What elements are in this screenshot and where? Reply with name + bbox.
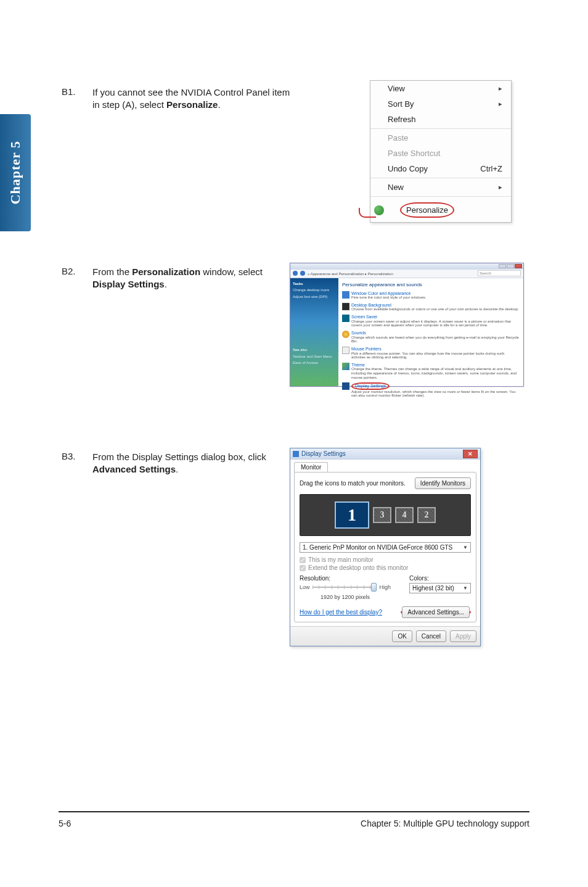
pw-task-change-icons[interactable]: Change desktop icons: [293, 288, 336, 292]
pw-titlebar: [290, 263, 523, 270]
minimize-button[interactable]: [499, 264, 506, 268]
pw-entry-screen-saver[interactable]: Screen SaverChange your screen saver or …: [342, 315, 520, 328]
annotation-arrow: [359, 208, 376, 218]
chk-extend-desktop-box: [300, 565, 306, 571]
pw-seealso-ease[interactable]: Ease of Access: [293, 361, 336, 365]
monitor-arrangement[interactable]: 1 3 4 2: [300, 494, 471, 536]
cm-separator: [370, 128, 511, 129]
cm-paste: Paste: [370, 130, 511, 146]
advanced-settings-button[interactable]: Advanced Settings...: [402, 606, 470, 618]
pw-entry-display-settings[interactable]: Display Settings Adjust your monitor res…: [342, 382, 520, 398]
colors-label: Colors:: [409, 575, 471, 582]
resolution-slider[interactable]: Low High: [300, 583, 391, 592]
desktop-background-icon: [342, 303, 349, 310]
ds-footer: OK Cancel Apply: [290, 626, 480, 646]
monitor-select[interactable]: 1. Generic PnP Monitor on NVIDIA GeForce…: [300, 542, 471, 553]
page-number: 5-6: [59, 819, 71, 828]
cm-refresh[interactable]: Refresh: [370, 112, 511, 127]
cm-undo-copy[interactable]: Undo Copy Ctrl+Z: [370, 161, 511, 176]
chapter-tab-label: Chapter 5: [7, 141, 23, 204]
cm-new[interactable]: New: [370, 179, 511, 195]
context-menu: View Sort By Refresh Paste Paste Shortcu…: [370, 80, 512, 223]
step-b2-text: From the Personalization window, select …: [92, 266, 284, 291]
step-b1: B1. If you cannot see the NVIDIA Control…: [62, 86, 542, 112]
chk-main-monitor: This is my main monitor: [300, 556, 471, 563]
pw-headline: Personalize appearance and sounds: [342, 282, 520, 287]
cm-paste-shortcut: Paste Shortcut: [370, 146, 511, 161]
pw-entry-sounds[interactable]: SoundsChange which sounds are heard when…: [342, 331, 520, 344]
step-b3: B3. From the Display Settings dialog box…: [62, 451, 542, 476]
pw-main: Personalize appearance and sounds Window…: [338, 278, 523, 386]
chk-main-monitor-box: [300, 557, 306, 563]
step-b3-text: From the Display Settings dialog box, cl…: [92, 451, 284, 476]
footer-chapter-title: Chapter 5: Multiple GPU technology suppo…: [361, 819, 529, 828]
chk-extend-desktop: Extend the desktop onto this monitor: [300, 564, 471, 571]
identify-monitors-button[interactable]: Identify Monitors: [415, 477, 471, 489]
display-settings-figure: Display Settings ✕ Monitor Drag the icon…: [290, 448, 481, 646]
pw-entry-window-color[interactable]: Window Color and AppearanceFine tune the…: [342, 291, 520, 300]
slider-track[interactable]: [312, 583, 377, 592]
monitor-2[interactable]: 2: [417, 507, 436, 523]
ok-button[interactable]: OK: [392, 630, 412, 642]
pw-entry-desktop-background[interactable]: Desktop BackgroundChoose from available …: [342, 303, 520, 311]
footer-rule: [59, 811, 529, 812]
page-content: B1. If you cannot see the NVIDIA Control…: [62, 86, 542, 495]
nav-forward-icon[interactable]: [300, 271, 305, 276]
pw-breadcrumb-bar: « Appearance and Personalization ▸ Perso…: [290, 270, 523, 278]
help-link[interactable]: How do I get the best display?: [300, 609, 382, 616]
step-b2-number: B2.: [62, 266, 92, 291]
tab-monitor[interactable]: Monitor: [294, 462, 328, 472]
window-color-icon: [342, 291, 349, 299]
sounds-icon: [342, 331, 349, 338]
theme-icon: [342, 363, 349, 370]
ds-drag-text: Drag the icons to match your monitors.: [300, 480, 406, 487]
step-b2: B2. From the Personalization window, sel…: [62, 266, 542, 291]
cm-separator: [370, 178, 511, 178]
monitor-3[interactable]: 3: [373, 507, 391, 523]
personalization-window: « Appearance and Personalization ▸ Perso…: [290, 263, 524, 387]
pw-task-adjust-font[interactable]: Adjust font size (DPI): [293, 295, 336, 299]
resolution-label: Resolution:: [300, 575, 391, 582]
step-b1-text: If you cannot see the NVIDIA Control Pan…: [92, 86, 296, 112]
page-footer: 5-6 Chapter 5: Multiple GPU technology s…: [59, 819, 529, 828]
cm-sort-by[interactable]: Sort By: [370, 96, 511, 112]
ds-title-text: Display Settings: [301, 450, 346, 457]
chevron-down-icon: ▼: [463, 545, 468, 550]
cm-view[interactable]: View: [370, 81, 511, 96]
cm-personalize-row[interactable]: Personalize: [370, 198, 511, 222]
monitor-4[interactable]: 4: [395, 507, 414, 523]
step-b1-number: B1.: [62, 86, 92, 112]
ds-window-icon: [293, 451, 299, 457]
pw-sidebar: Tasks Change desktop icons Adjust font s…: [290, 278, 338, 386]
advanced-settings-highlight: Advanced Settings...: [401, 608, 471, 617]
apply-button: Apply: [450, 630, 476, 642]
breadcrumb-path[interactable]: « Appearance and Personalization ▸ Perso…: [308, 271, 475, 276]
resolution-value: 1920 by 1200 pixels: [300, 594, 391, 600]
maximize-button[interactable]: [507, 264, 514, 268]
screen-saver-icon: [342, 315, 349, 322]
ds-titlebar: Display Settings ✕: [290, 448, 480, 460]
chapter-tab: Chapter 5: [0, 114, 31, 231]
display-settings-icon: [342, 382, 349, 390]
ds-tabs: Monitor: [290, 460, 480, 472]
slider-thumb[interactable]: [371, 583, 377, 592]
colors-select[interactable]: Highest (32 bit) ▼: [409, 583, 471, 593]
pw-entry-theme[interactable]: ThemeChange the theme. Themes can change…: [342, 363, 520, 379]
close-button[interactable]: ✕: [463, 450, 478, 458]
pw-tasks-heading: Tasks: [293, 282, 336, 286]
mouse-pointers-icon: [342, 347, 349, 354]
nav-back-icon[interactable]: [293, 271, 298, 276]
context-menu-figure: View Sort By Refresh Paste Paste Shortcu…: [370, 80, 512, 223]
display-settings-window: Display Settings ✕ Monitor Drag the icon…: [290, 448, 481, 646]
chevron-down-icon: ▼: [463, 585, 468, 591]
monitor-1[interactable]: 1: [335, 501, 369, 529]
pw-seealso-taskbar[interactable]: Taskbar and Start Menu: [293, 355, 336, 359]
ds-panel: Drag the icons to match your monitors. I…: [294, 472, 476, 622]
pw-display-settings-highlight: Display Settings: [351, 382, 390, 390]
personalization-window-figure: « Appearance and Personalization ▸ Perso…: [290, 263, 524, 387]
close-button[interactable]: [515, 264, 522, 268]
cm-undo-shortcut: Ctrl+Z: [480, 164, 502, 173]
search-input[interactable]: Search: [478, 270, 521, 276]
pw-entry-mouse-pointers[interactable]: Mouse PointersPick a different mouse poi…: [342, 347, 520, 360]
cancel-button[interactable]: Cancel: [416, 630, 446, 642]
